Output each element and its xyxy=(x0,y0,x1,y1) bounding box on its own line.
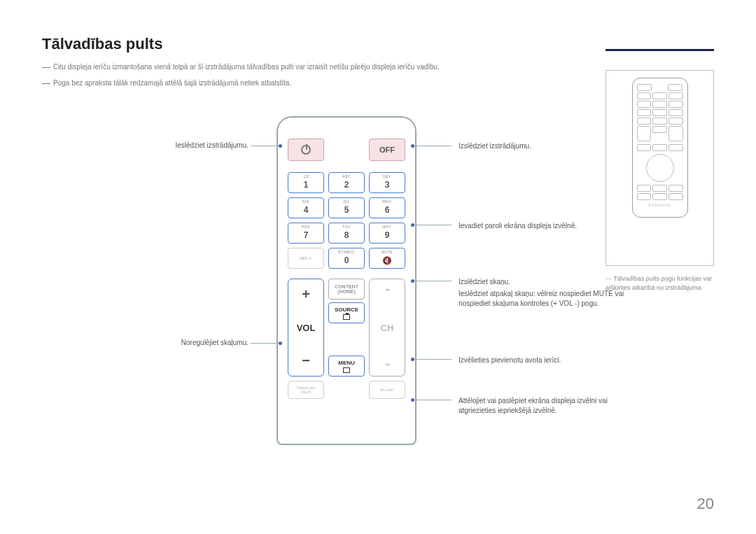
remote-thumbnail-box: SAMSUNG xyxy=(606,70,714,266)
key-6[interactable]: MNO6 xyxy=(369,197,405,218)
key-4[interactable]: GHI4 xyxy=(288,197,324,218)
key-8[interactable]: TUV8 xyxy=(328,223,365,244)
leader xyxy=(413,359,451,360)
plus-icon: + xyxy=(302,286,310,302)
remote-thumbnail: SAMSUNG xyxy=(632,78,688,218)
sidenote: ― Tālvadības pults pogu funkcijas var at… xyxy=(606,274,714,292)
minus-icon: − xyxy=(302,353,310,369)
volume-rocker[interactable]: + VOL − xyxy=(288,279,324,377)
key-3[interactable]: DEF3 xyxy=(369,172,405,193)
key-0[interactable]: SYMBOL0 xyxy=(328,248,365,269)
callout-source: Izvēlieties pievienotu avota ierīci. xyxy=(458,356,640,365)
magicinfo-button[interactable]: MagicInfo Lite/S xyxy=(288,381,324,399)
top-rule xyxy=(606,49,714,51)
mute-button[interactable]: MUTE🔇 xyxy=(369,248,405,269)
remote-control: OFF .QZ1 ABC2 DEF3 GHI4 JKL5 MNO6 PRS7 T… xyxy=(276,116,416,445)
leader xyxy=(413,281,451,281)
callout-menu: Attēlojiet vai paslēpiet ekrāna displeja… xyxy=(458,396,640,416)
blank-button[interactable]: BLANK xyxy=(369,381,405,399)
leader xyxy=(251,343,280,344)
power-button[interactable] xyxy=(288,139,324,161)
leader xyxy=(413,146,451,146)
menu-icon xyxy=(343,367,350,373)
channel-rocker[interactable]: ⌃ CH ⌄ xyxy=(369,279,405,377)
off-button[interactable]: OFF xyxy=(369,139,405,161)
chevron-down-icon: ⌄ xyxy=(383,356,392,369)
power-icon xyxy=(301,145,311,155)
source-icon xyxy=(343,314,350,320)
del-button[interactable]: DEL-/- xyxy=(288,248,324,269)
key-7[interactable]: PRS7 xyxy=(288,223,324,244)
menu-button[interactable]: MENU xyxy=(328,356,365,377)
key-9[interactable]: WXY9 xyxy=(369,223,405,244)
leader xyxy=(413,400,451,400)
key-2[interactable]: ABC2 xyxy=(328,172,365,193)
leader xyxy=(413,225,451,225)
mute-icon: 🔇 xyxy=(382,256,392,265)
content-home-button[interactable]: CONTENT (HOME) xyxy=(328,279,365,300)
key-5[interactable]: JKL5 xyxy=(328,197,365,218)
page-number: 20 xyxy=(697,495,714,513)
callout-volume: Noregulējiet skaļumu. xyxy=(144,339,248,346)
source-button[interactable]: SOURCE xyxy=(328,302,365,323)
callout-power-on: Ieslēdziet izstrādājumu. xyxy=(144,141,248,149)
key-1[interactable]: .QZ1 xyxy=(288,172,324,193)
leader xyxy=(251,146,280,146)
chevron-up-icon: ⌃ xyxy=(383,286,392,300)
